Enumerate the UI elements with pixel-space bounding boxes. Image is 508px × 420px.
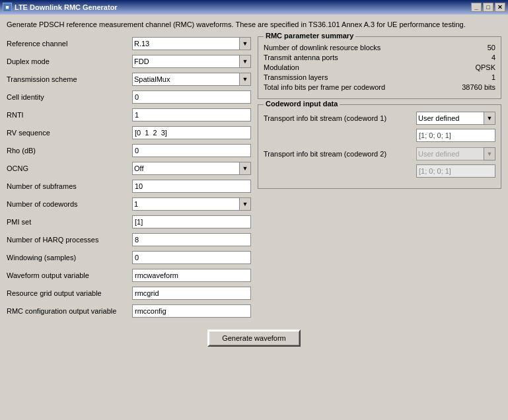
form-row-reference-channel: Reference channel R.13 ▼: [7, 36, 251, 51]
codeword2-select[interactable]: User defined: [416, 147, 495, 160]
input-resource-grid-output[interactable]: [132, 287, 251, 300]
summary-row-modulation: Modulation QPSK: [264, 63, 495, 71]
label-ocng: OCNG: [7, 164, 132, 172]
label-reference-channel: Reference channel: [7, 40, 132, 48]
summary-value-modulation: QPSK: [475, 63, 495, 71]
input-rho[interactable]: [132, 144, 251, 157]
title-bar-title: LTE Downlink RMC Generator: [15, 3, 118, 11]
title-bar: ■ LTE Downlink RMC Generator _ □ ✕: [0, 0, 508, 15]
summary-row-info-bits: Total info bits per frame per codeword 3…: [264, 83, 495, 91]
bottom-area: Generate waveform: [7, 330, 501, 347]
label-rho: Rho (dB): [7, 147, 132, 155]
summary-value-resource-blocks: 50: [488, 44, 495, 52]
close-button[interactable]: ✕: [495, 3, 505, 12]
codeword2-input[interactable]: [416, 164, 495, 178]
input-cell-identity[interactable]: [132, 90, 251, 104]
label-num-codewords: Number of codewords: [7, 200, 132, 208]
summary-row-tx-layers: Transmission layers 1: [264, 73, 495, 81]
summary-value-info-bits: 38760 bits: [462, 83, 495, 91]
label-transmission-scheme: Transmission scheme: [7, 75, 132, 83]
select-ocng[interactable]: Off: [132, 162, 251, 175]
codeword1-select-wrapper: User defined ▼: [416, 112, 495, 125]
select-wrapper-transmission-scheme: SpatialMux ▼: [132, 73, 251, 86]
form-row-transmission-scheme: Transmission scheme SpatialMux ▼: [7, 72, 251, 87]
title-bar-controls: _ □ ✕: [471, 3, 505, 12]
left-panel: Reference channel R.13 ▼ Duplex mode FDD…: [7, 36, 251, 322]
codeword-group-title: Codeword input data: [264, 100, 340, 108]
label-harq: Number of HARQ processes: [7, 236, 132, 244]
form-row-ocng: OCNG Off ▼: [7, 161, 251, 176]
app-icon: ■: [3, 3, 12, 12]
summary-value-tx-layers: 1: [491, 73, 495, 81]
label-duplex-mode: Duplex mode: [7, 57, 132, 65]
input-harq[interactable]: [132, 233, 251, 246]
label-waveform-output: Waveform output variable: [7, 271, 132, 279]
form-row-rho: Rho (dB): [7, 143, 251, 158]
summary-label-tx-layers: Transmission layers: [264, 73, 491, 81]
form-row-duplex-mode: Duplex mode FDD ▼: [7, 54, 251, 69]
codeword1-input[interactable]: [416, 129, 495, 142]
summary-value-antenna-ports: 4: [491, 53, 495, 61]
select-wrapper-num-codewords: 1 ▼: [132, 197, 251, 211]
summary-label-antenna-ports: Transmit antenna ports: [264, 53, 491, 61]
input-pmi-set[interactable]: [132, 215, 251, 228]
generate-waveform-button[interactable]: Generate waveform: [207, 330, 301, 347]
label-windowing: Windowing (samples): [7, 254, 132, 262]
label-num-subframes: Number of subframes: [7, 182, 132, 190]
label-resource-grid-output: Resource grid output variable: [7, 289, 132, 297]
form-row-pmi-set: PMI set: [7, 215, 251, 229]
input-num-subframes[interactable]: [132, 180, 251, 193]
rmc-summary-group: RMC parameter summary Number of downlink…: [258, 36, 501, 99]
label-pmi-set: PMI set: [7, 218, 132, 226]
summary-row-antenna-ports: Transmit antenna ports 4: [264, 53, 495, 61]
select-wrapper-reference-channel: R.13 ▼: [132, 37, 251, 50]
input-windowing[interactable]: [132, 251, 251, 264]
form-row-resource-grid-output: Resource grid output variable: [7, 286, 251, 300]
content-area: Reference channel R.13 ▼ Duplex mode FDD…: [7, 36, 501, 322]
label-cell-identity: Cell identity: [7, 93, 132, 101]
codeword1-label: Transport info bit stream (codeword 1): [264, 114, 416, 122]
codeword-group: Codeword input data Transport info bit s…: [258, 104, 501, 189]
label-rv-sequence: RV sequence: [7, 129, 132, 137]
codeword1-select[interactable]: User defined: [416, 112, 495, 125]
form-row-rv-sequence: RV sequence: [7, 125, 251, 140]
select-transmission-scheme[interactable]: SpatialMux: [132, 73, 251, 86]
codeword2-label: Transport info bit stream (codeword 2): [264, 150, 416, 158]
rmc-summary-title: RMC parameter summary: [264, 32, 355, 40]
input-rv-sequence[interactable]: [132, 126, 251, 139]
input-waveform-output[interactable]: [132, 269, 251, 282]
form-row-waveform-output: Waveform output variable: [7, 268, 251, 283]
summary-label-info-bits: Total info bits per frame per codeword: [264, 83, 462, 91]
maximize-button[interactable]: □: [483, 3, 493, 12]
minimize-button[interactable]: _: [471, 3, 482, 12]
codeword1-input-row: [264, 129, 495, 142]
select-wrapper-ocng: Off ▼: [132, 162, 251, 175]
form-row-num-subframes: Number of subframes: [7, 179, 251, 193]
select-reference-channel[interactable]: R.13: [132, 37, 251, 50]
summary-row-resource-blocks: Number of downlink resource blocks 50: [264, 44, 495, 52]
form-row-rnti: RNTI: [7, 108, 251, 122]
form-row-harq: Number of HARQ processes: [7, 232, 251, 247]
codeword1-row: Transport info bit stream (codeword 1) U…: [264, 112, 495, 125]
input-rmc-config-output[interactable]: [132, 304, 251, 318]
select-wrapper-duplex-mode: FDD ▼: [132, 55, 251, 68]
select-num-codewords[interactable]: 1: [132, 197, 251, 211]
select-duplex-mode[interactable]: FDD: [132, 55, 251, 68]
form-row-cell-identity: Cell identity: [7, 90, 251, 104]
codeword2-input-row: [264, 164, 495, 178]
main-window: Generate PDSCH reference measurement cha…: [0, 15, 508, 420]
description-text: Generate PDSCH reference measurement cha…: [7, 20, 501, 30]
label-rmc-config-output: RMC configuration output variable: [7, 307, 132, 315]
title-bar-left: ■ LTE Downlink RMC Generator: [3, 3, 118, 12]
form-row-num-codewords: Number of codewords 1 ▼: [7, 197, 251, 211]
form-row-rmc-config-output: RMC configuration output variable: [7, 304, 251, 318]
label-rnti: RNTI: [7, 111, 132, 119]
input-rnti[interactable]: [132, 108, 251, 122]
summary-label-modulation: Modulation: [264, 63, 475, 71]
right-panel: RMC parameter summary Number of downlink…: [258, 36, 501, 322]
form-row-windowing: Windowing (samples): [7, 250, 251, 265]
codeword2-select-wrapper: User defined ▼: [416, 147, 495, 160]
summary-label-resource-blocks: Number of downlink resource blocks: [264, 44, 488, 52]
codeword2-row: Transport info bit stream (codeword 2) U…: [264, 147, 495, 160]
